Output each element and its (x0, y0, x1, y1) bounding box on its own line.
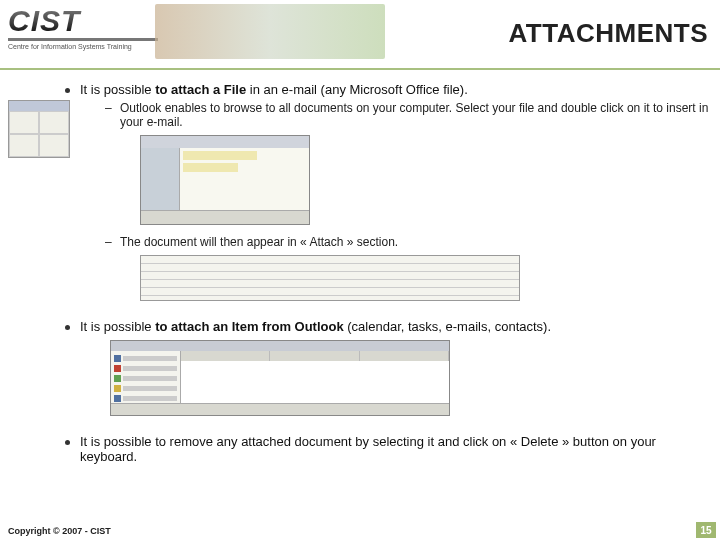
attach-field-thumbnail (140, 255, 520, 301)
bullet-remove-attachment: It is possible to remove any attached do… (10, 434, 710, 464)
sub-text: Outlook enables to browse to all documen… (120, 101, 708, 129)
bullet-text-pre: It is possible (80, 82, 155, 97)
logo-text: CIST (8, 4, 158, 38)
insert-item-thumbnail (110, 340, 450, 416)
copyright: Copyright © 2007 - CIST (8, 526, 111, 536)
bullet-text-strong: to attach a File (155, 82, 246, 97)
sub-text: The document will then appear in « Attac… (120, 235, 398, 249)
bullet-text-post: in an e-mail (any Microsoft Office file)… (246, 82, 468, 97)
bullet-text: It is possible to remove any attached do… (80, 434, 656, 464)
bullet-text-strong: to attach an Item from Outlook (155, 319, 344, 334)
sub-bullet-browse: – Outlook enables to browse to all docum… (10, 101, 710, 129)
sub-bullet-attach-section: – The document will then appear in « Att… (10, 235, 710, 249)
page-number: 15 (696, 522, 716, 538)
bullet-text-post: (calendar, tasks, e-mails, contacts). (344, 319, 551, 334)
bullet-attach-item: It is possible to attach an Item from Ou… (10, 319, 710, 334)
page-title: ATTACHMENTS (508, 18, 708, 49)
file-dialog-thumbnail (140, 135, 310, 225)
logo: CIST Centre for Information Systems Trai… (8, 4, 158, 50)
header-banner (155, 4, 385, 59)
bullet-text-pre: It is possible (80, 319, 155, 334)
bullet-attach-file: It is possible to attach a File in an e-… (10, 82, 710, 97)
logo-subtitle: Centre for Information Systems Training (8, 43, 158, 50)
